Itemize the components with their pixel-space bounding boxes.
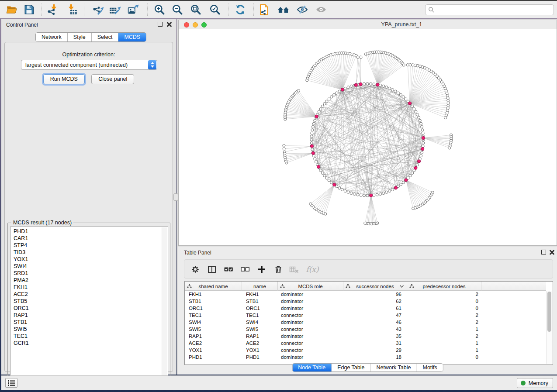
graph-node[interactable] <box>388 189 391 192</box>
tab-mcds[interactable]: MCDS <box>118 33 146 41</box>
graph-node[interactable] <box>310 141 313 144</box>
graph-node[interactable] <box>347 86 349 89</box>
graph-node[interactable] <box>328 98 330 100</box>
zoom-selected-button[interactable] <box>208 2 222 17</box>
graph-hub-node[interactable] <box>354 83 357 86</box>
graph-node[interactable] <box>416 163 419 166</box>
unselect-all-button[interactable] <box>239 264 251 275</box>
graph-node[interactable] <box>360 194 362 196</box>
mcds-result-item[interactable]: YOX1 <box>10 256 162 263</box>
select-all-button[interactable] <box>223 264 234 275</box>
graph-node[interactable] <box>366 83 369 85</box>
table-scrollbar[interactable] <box>546 291 552 364</box>
graph-node[interactable] <box>363 83 365 85</box>
graph-hub-node[interactable] <box>311 151 315 155</box>
graph-node[interactable] <box>344 189 346 192</box>
graph-hub-node[interactable] <box>422 136 425 139</box>
mcds-result-item[interactable]: TEC1 <box>10 333 162 340</box>
table-row[interactable]: FKH1FKH1dominator962 <box>185 291 546 298</box>
zoom-in-button[interactable] <box>152 2 167 17</box>
mcds-result-item[interactable]: FKH1 <box>10 284 162 291</box>
graph-node[interactable] <box>397 92 399 94</box>
graph-node[interactable] <box>411 172 414 174</box>
tab-select[interactable]: Select <box>92 33 119 41</box>
tab-network-table[interactable]: Network Table <box>371 364 417 371</box>
graph-node[interactable] <box>325 100 328 103</box>
zoom-out-button[interactable] <box>170 2 185 17</box>
hide-unselected-button[interactable] <box>295 2 310 17</box>
maximize-window-icon[interactable] <box>201 22 207 28</box>
graph-node[interactable] <box>338 90 341 93</box>
graph-node[interactable] <box>311 125 314 128</box>
graph-node[interactable] <box>321 105 324 107</box>
graph-node[interactable] <box>399 183 402 186</box>
graph-hub-node[interactable] <box>405 179 408 182</box>
graph-node[interactable] <box>310 138 313 141</box>
graph-node[interactable] <box>353 193 356 195</box>
graph-node[interactable] <box>360 56 362 58</box>
graph-node[interactable] <box>420 125 423 128</box>
graph-node[interactable] <box>350 192 353 195</box>
split-view-button[interactable] <box>206 264 218 275</box>
graph-node[interactable] <box>402 181 405 184</box>
function-builder-button[interactable]: f(x) <box>304 264 321 275</box>
graph-node[interactable] <box>319 169 322 172</box>
close-table-panel-icon[interactable] <box>549 250 554 255</box>
graph-node[interactable] <box>376 193 378 196</box>
column-header-predecessor-nodes[interactable]: predecessor nodes <box>407 282 481 291</box>
graph-node[interactable] <box>330 181 333 184</box>
column-header-shared-name[interactable]: shared name <box>185 282 242 291</box>
float-table-panel-icon[interactable] <box>541 250 546 254</box>
graph-node[interactable] <box>402 96 405 98</box>
splitter-handle[interactable] <box>173 193 178 201</box>
graph-hub-node[interactable] <box>421 148 424 151</box>
graph-node[interactable] <box>314 158 316 160</box>
open-button[interactable] <box>4 2 19 17</box>
memory-button[interactable]: Memory <box>517 378 553 388</box>
mcds-result-item[interactable]: STP4 <box>10 242 162 249</box>
graph-node[interactable] <box>422 132 424 134</box>
graph-node[interactable] <box>311 132 313 134</box>
graph-node[interactable] <box>385 86 388 89</box>
graph-node[interactable] <box>318 110 320 113</box>
graph-node[interactable] <box>321 172 324 174</box>
mcds-result-item[interactable]: SWI5 <box>10 326 162 333</box>
export-network-button[interactable] <box>91 2 106 17</box>
graph-node[interactable] <box>448 147 451 149</box>
graph-hub-node[interactable] <box>376 83 379 86</box>
graph-node[interactable] <box>413 108 415 110</box>
mcds-result-item[interactable]: SWI4 <box>10 263 162 270</box>
add-column-button[interactable] <box>256 264 267 275</box>
graph-node[interactable] <box>391 89 394 91</box>
export-table-button[interactable] <box>107 2 122 17</box>
close-panel-icon[interactable] <box>166 22 172 27</box>
network-canvas[interactable] <box>179 30 557 245</box>
table-row[interactable]: ORC1ORC1dominator610 <box>185 305 546 312</box>
home-button[interactable] <box>276 2 291 17</box>
graph-node[interactable] <box>338 187 341 189</box>
show-all-button[interactable] <box>314 2 329 17</box>
graph-node[interactable] <box>402 64 405 66</box>
search-input[interactable] <box>435 6 554 14</box>
column-header-MCDS-role[interactable]: MCDS role <box>278 282 343 291</box>
mcds-result-item[interactable]: CAR1 <box>10 235 162 242</box>
graph-node[interactable] <box>444 116 447 119</box>
tab-network[interactable]: Network <box>36 33 68 41</box>
minimize-window-icon[interactable] <box>193 22 198 28</box>
graph-node[interactable] <box>421 129 424 131</box>
mcds-result-item[interactable]: GCR1 <box>10 340 162 347</box>
graph-hub-node[interactable] <box>341 88 344 91</box>
graph-node[interactable] <box>310 135 313 138</box>
graph-hub-node[interactable] <box>408 102 411 105</box>
graph-hub-node[interactable] <box>394 186 398 189</box>
graph-node[interactable] <box>388 87 391 89</box>
graph-node[interactable] <box>382 192 385 195</box>
graph-node[interactable] <box>415 110 417 113</box>
tab-node-table[interactable]: Node Table <box>292 364 332 371</box>
graph-node[interactable] <box>405 98 407 100</box>
float-panel-icon[interactable] <box>158 22 163 27</box>
graph-node[interactable] <box>347 191 349 193</box>
graph-node[interactable] <box>309 203 312 205</box>
mcds-result-item[interactable]: PMA2 <box>10 277 162 284</box>
share-document-button[interactable] <box>257 2 272 17</box>
